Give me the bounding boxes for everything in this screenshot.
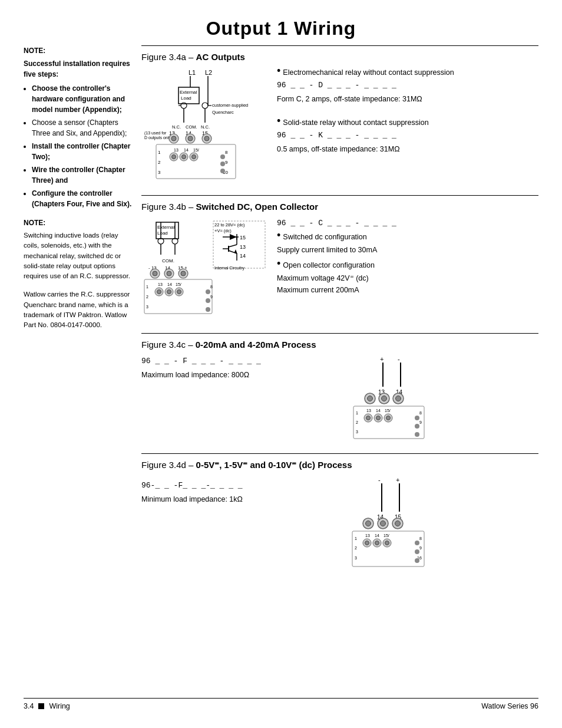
sidebar: NOTE: Successful installation requires f…	[24, 45, 141, 698]
svg-text:(13 used for: (13 used for	[144, 131, 167, 136]
svg-text:COM.: COM.	[186, 124, 197, 130]
page-title: Output 1 Wiring	[24, 18, 538, 39]
svg-point-162	[415, 549, 419, 554]
svg-point-142	[381, 521, 386, 526]
svg-text:15/: 15/	[384, 533, 389, 538]
svg-point-110	[368, 396, 373, 401]
svg-point-67	[181, 271, 186, 276]
svg-point-78	[167, 290, 171, 294]
ma-model: 96 _ _ - F _ _ _ - _ _ _ _	[141, 355, 318, 368]
vdc-desc: 96-_ _ -F_ _ _-_ _ _ _ Minimum load impe…	[141, 475, 318, 505]
note2-label: NOTE:	[24, 218, 133, 228]
ma-title: Figure 3.4c – 0-20mA and 4-20mA Process	[141, 340, 538, 350]
svg-text:14: 14	[240, 253, 246, 259]
svg-text:9: 9	[419, 420, 422, 424]
svg-point-76	[157, 290, 161, 294]
svg-point-80	[177, 290, 181, 294]
svg-text:1: 1	[355, 536, 357, 541]
svg-text:8: 8	[210, 285, 213, 289]
dc-bullet1-text: Switched dc configuration	[283, 231, 366, 243]
svg-text:-: -	[378, 476, 381, 483]
svg-text:COM.: COM.	[162, 258, 174, 263]
svg-text:2: 2	[355, 546, 357, 550]
svg-text:External: External	[180, 90, 197, 95]
svg-text:2: 2	[356, 420, 358, 424]
bullet-dot: •	[277, 230, 280, 241]
svg-point-25	[171, 136, 176, 141]
vdc-diagram: - + 14 15	[324, 475, 454, 572]
svg-point-144	[395, 521, 401, 526]
dc-detail2b: Maximum current 200mA	[277, 284, 538, 296]
svg-text:14: 14	[167, 282, 172, 286]
svg-text:14: 14	[184, 148, 189, 152]
bullet-dot: •	[277, 116, 280, 126]
section-ma-process: Figure 3.4c – 0-20mA and 4-20mA Process …	[141, 333, 538, 447]
dc-detail2a: Maximum voltage 42V⁼ (dc)	[277, 272, 538, 284]
right-col: Figure 3.4a – AC Outputs L1 L2	[141, 45, 538, 698]
list-item: Configure the controller (Chapters Four,…	[32, 188, 133, 209]
footer-left: 3.4 Wiring	[24, 702, 70, 710]
note2-text: Switching inductive loads (relay coils, …	[24, 230, 133, 281]
note-section-2: NOTE: Switching inductive loads (relay c…	[24, 218, 133, 281]
svg-marker-90	[230, 234, 237, 240]
svg-point-46	[220, 154, 225, 159]
svg-text:13: 13	[174, 148, 178, 152]
svg-text:1: 1	[146, 285, 148, 289]
svg-text:+: +	[396, 476, 399, 483]
page-footer: 3.4 Wiring Watlow Series 96	[24, 698, 538, 710]
footer-brand: Watlow Series 96	[481, 702, 538, 710]
svg-point-153	[365, 541, 369, 545]
svg-text:3: 3	[355, 556, 357, 560]
list-item: Choose the controller's hardware configu…	[32, 83, 133, 115]
footer-wiring-label: Wiring	[49, 702, 70, 710]
vdc-title: Figure 3.4d – 0-5V⁼, 1-5V⁼ and 0-10V⁼ (d…	[141, 460, 538, 470]
ac-desc: • Electromechanical relay without contac…	[277, 67, 538, 155]
svg-text:15: 15	[240, 235, 246, 241]
svg-text:8: 8	[225, 150, 228, 155]
ac-bullet2-text: Solid-state relay without contact suppre…	[283, 117, 428, 129]
svg-point-131	[415, 424, 419, 429]
note1-list: Choose the controller's hardware configu…	[32, 83, 133, 209]
svg-text:13: 13	[365, 533, 370, 538]
svg-point-123	[366, 416, 371, 420]
svg-text:Internal Circuitry: Internal Circuitry	[214, 266, 244, 271]
svg-text:9: 9	[225, 160, 228, 165]
svg-point-132	[415, 432, 419, 437]
svg-point-161	[415, 541, 419, 545]
svg-line-97	[229, 245, 237, 247]
ac-model2: 96 _ _ - K _ _ _ - _ _ _ _	[277, 130, 538, 142]
svg-text:1: 1	[158, 150, 161, 155]
dc-title: Figure 3.4b – Switched DC, Open Collecto…	[141, 202, 538, 212]
ac-title-bold: AC Outputs	[196, 52, 245, 62]
ma-title-bold: 0-20mA and 4-20mA Process	[196, 340, 316, 350]
ma-section-body: 96 _ _ - F _ _ _ - _ _ _ _ Maximum load …	[141, 354, 538, 443]
ma-diagram: + - 13 14	[324, 354, 454, 443]
svg-point-130	[415, 416, 419, 420]
dc-title-bold: Switched DC, Open Collector	[196, 202, 319, 212]
svg-text:9: 9	[419, 546, 422, 550]
ma-detail: Maximum load impedance: 800Ω	[141, 369, 318, 381]
svg-point-65	[167, 271, 171, 276]
svg-point-48	[220, 169, 225, 173]
svg-point-85	[206, 307, 210, 312]
ac-detail2: 0.5 amps, off-state impedance: 31MΩ	[277, 143, 538, 155]
svg-text:N.C.: N.C.	[172, 124, 181, 130]
dc-bullet2: • Open collector configuration	[277, 259, 538, 271]
svg-point-42	[192, 155, 196, 159]
svg-text:15/: 15/	[193, 148, 199, 152]
note3-text: Watlow carries the R.C. suppressor Quenc…	[24, 289, 133, 330]
list-item: Install the controller (Chapter Two);	[32, 141, 133, 162]
section-ac-outputs: Figure 3.4a – AC Outputs L1 L2	[141, 45, 538, 189]
svg-text:+: +	[380, 355, 384, 363]
dc-model1: 96 _ _ - C _ _ _ - _ _ _ _	[277, 218, 538, 230]
footer-square-icon	[38, 703, 44, 709]
svg-point-140	[366, 521, 371, 526]
svg-text:14: 14	[375, 533, 379, 538]
ac-diagram: L1 L2 External Load	[141, 67, 271, 185]
svg-point-163	[415, 558, 419, 563]
ac-bullet-1: • Electromechanical relay without contac…	[277, 67, 538, 78]
vdc-title-bold: 0-5V⁼, 1-5V⁼ and 0-10V⁼ (dc) Process	[196, 460, 352, 470]
ac-detail1: Form C, 2 amps, off-state impedance: 31M…	[277, 93, 538, 105]
svg-text:1: 1	[356, 411, 358, 415]
bullet-dot: •	[277, 65, 280, 76]
